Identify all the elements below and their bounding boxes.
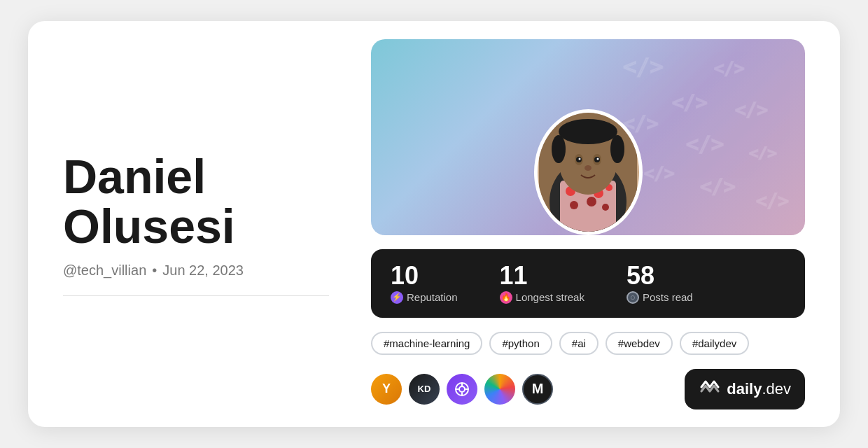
- svg-text:</>: </>: [714, 59, 744, 78]
- posts-read-label: ○ Posts read: [626, 291, 693, 304]
- left-section: Daniel Olusesi @tech_villian • Jun 22, 2…: [63, 152, 329, 297]
- social-link-y[interactable]: Y: [371, 374, 402, 405]
- social-link-medium[interactable]: M: [522, 374, 553, 405]
- separator: •: [152, 262, 157, 279]
- svg-point-34: [459, 386, 465, 392]
- social-link-crosshair[interactable]: [447, 374, 477, 405]
- avatar: [534, 109, 643, 235]
- svg-point-18: [587, 197, 596, 206]
- stats-bar: 10 ⚡ Reputation 11 🔥 Longest streak 58 ○…: [371, 249, 805, 318]
- tag-2[interactable]: #ai: [559, 332, 598, 355]
- posts-read-icon: ○: [626, 291, 639, 304]
- user-meta: @tech_villian • Jun 22, 2023: [63, 262, 329, 279]
- tag-4[interactable]: #dailydev: [680, 332, 749, 355]
- divider: [63, 295, 329, 296]
- svg-text:</>: </>: [672, 91, 708, 114]
- user-joined-date: Jun 22, 2023: [162, 262, 244, 279]
- tag-0[interactable]: #machine-learning: [371, 332, 482, 355]
- brand-logo-icon: [699, 377, 721, 401]
- svg-point-29: [584, 165, 592, 171]
- tag-1[interactable]: #python: [489, 332, 552, 355]
- svg-point-30: [559, 119, 617, 144]
- svg-text:</>: </>: [623, 53, 664, 80]
- brand-badge: daily.dev: [685, 369, 805, 410]
- user-name: Daniel Olusesi: [63, 152, 329, 252]
- right-section: </> </> </> </> </> </> </> </> </> </>: [371, 39, 805, 410]
- social-link-kd[interactable]: KD: [409, 374, 440, 405]
- profile-card: Daniel Olusesi @tech_villian • Jun 22, 2…: [28, 21, 840, 427]
- svg-point-32: [610, 135, 624, 163]
- svg-text:</>: </>: [644, 164, 674, 183]
- svg-point-17: [570, 201, 578, 209]
- social-icons: Y KD M: [371, 374, 553, 405]
- stat-posts-read: 58 ○ Posts read: [626, 263, 693, 304]
- user-handle: @tech_villian: [63, 262, 146, 279]
- svg-text:</>: </>: [756, 190, 789, 211]
- svg-text:</>: </>: [749, 144, 777, 162]
- streak-value: 11: [500, 263, 584, 288]
- svg-point-31: [552, 135, 566, 163]
- user-last-name: Olusesi: [63, 200, 235, 253]
- svg-text:</>: </>: [735, 99, 768, 120]
- svg-point-19: [602, 204, 609, 211]
- streak-icon: 🔥: [500, 291, 512, 304]
- social-row: Y KD M: [371, 369, 805, 410]
- social-link-spectrum[interactable]: [484, 374, 515, 405]
- svg-point-28: [597, 158, 599, 160]
- user-first-name: Daniel: [63, 150, 206, 203]
- tag-3[interactable]: #webdev: [606, 332, 673, 355]
- svg-text:</>: </>: [700, 175, 736, 198]
- svg-point-27: [579, 158, 581, 160]
- reputation-label: ⚡ Reputation: [391, 291, 458, 304]
- stat-reputation: 10 ⚡ Reputation: [391, 263, 458, 304]
- stat-streak: 11 🔥 Longest streak: [500, 263, 584, 304]
- reputation-value: 10: [391, 263, 458, 288]
- reputation-icon: ⚡: [391, 291, 403, 304]
- avatar-wrapper: [532, 85, 644, 235]
- svg-text:</>: </>: [686, 132, 724, 156]
- tags-section: #machine-learning #python #ai #webdev #d…: [371, 332, 805, 355]
- posts-read-value: 58: [626, 263, 693, 288]
- profile-banner: </> </> </> </> </> </> </> </> </> </>: [371, 39, 805, 235]
- streak-label: 🔥 Longest streak: [500, 291, 584, 304]
- brand-name: daily.dev: [727, 380, 791, 398]
